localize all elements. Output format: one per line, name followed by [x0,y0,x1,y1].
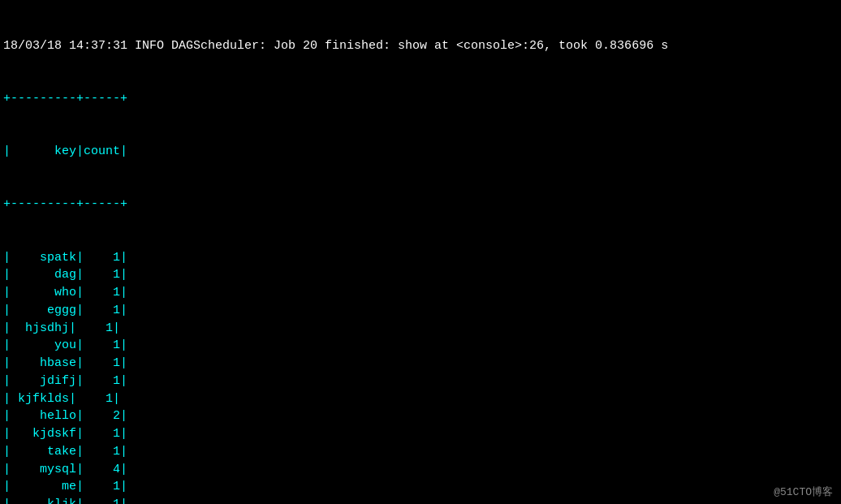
info-line: 18/03/18 14:37:31 INFO DAGScheduler: Job… [3,37,838,55]
list-item: | who| 1| [3,284,838,302]
separator-mid: +---------+-----+ [3,196,838,213]
list-item: | mysql| 4| [3,461,838,479]
table-header: | key|count| [3,143,838,161]
list-item: | kjdskf| 1| [3,425,838,443]
list-item: | take| 1| [3,443,838,461]
list-item: | you| 1| [3,337,838,355]
list-item: | eggg| 1| [3,302,838,320]
separator-top: +---------+-----+ [3,90,838,108]
list-item: | hbase| 1| [3,355,838,373]
list-item: | kljk| 1| [3,496,838,504]
list-item: | me| 1| [3,478,838,496]
console-output: 18/03/18 14:37:31 INFO DAGScheduler: Job… [0,0,841,504]
list-item: | kjfklds| 1| [3,390,838,408]
watermark: @51CTO博客 [774,485,833,499]
list-item: | hello| 2| [3,407,838,425]
list-item: | hjsdhj| 1| [3,320,838,338]
list-item: | jdifj| 1| [3,373,838,390]
list-item: | dag| 1| [3,266,838,284]
table-rows: | spatk| 1|| dag| 1|| who| 1|| eggg| 1||… [3,249,838,505]
list-item: | spatk| 1| [3,249,838,267]
